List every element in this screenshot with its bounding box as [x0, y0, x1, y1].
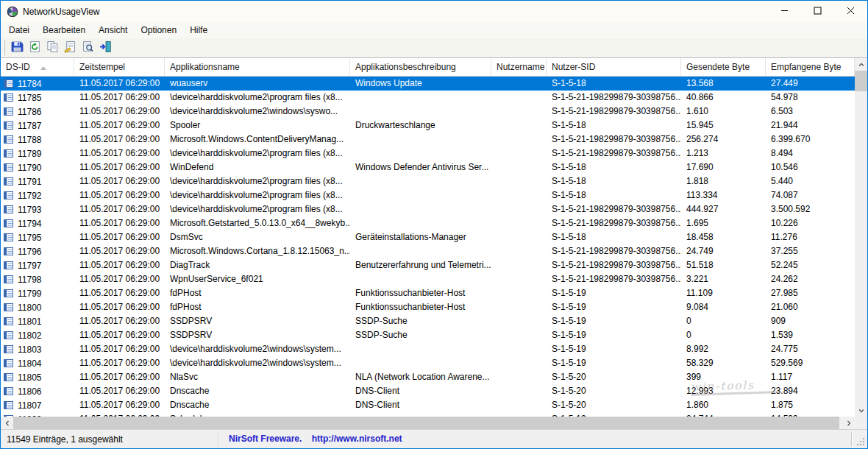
vertical-scrollbar-thumb[interactable] [855, 71, 867, 91]
properties-button[interactable] [61, 40, 79, 57]
nirsoft-freeware-link[interactable]: NirSoft Freeware. http://www.nirsoft.net [229, 434, 402, 444]
cell-sent[interactable]: 58.329 [681, 356, 766, 370]
menu-item-ansicht[interactable]: Ansicht [92, 23, 134, 38]
cell-time[interactable]: 11.05.2017 06:29:00 [74, 77, 165, 91]
table-row[interactable]: 1178711.05.2017 06:29:00SpoolerDruckwart… [1, 119, 855, 132]
cell-recv[interactable]: 24.262 [766, 272, 855, 286]
column-header-desc[interactable]: Applikationsbeschreibung [350, 58, 491, 77]
cell-id[interactable]: 11806 [1, 384, 74, 398]
cell-recv[interactable]: 27.449 [766, 77, 855, 91]
table-row[interactable]: 1180611.05.2017 06:29:00DnscacheDNS-Clie… [1, 384, 855, 398]
cell-time[interactable]: 11.05.2017 06:29:00 [74, 146, 165, 160]
cell-sent[interactable]: 1.818 [681, 174, 766, 188]
cell-sid[interactable]: S-1-5-19 [547, 314, 681, 328]
cell-app[interactable]: Microsoft.Getstarted_5.0.13.0_x64__8weky… [165, 216, 350, 230]
cell-time[interactable]: 11.05.2017 06:29:00 [74, 160, 165, 174]
cell-app[interactable]: \device\harddiskvolume2\windows\system..… [165, 356, 350, 370]
table-row[interactable]: 1179511.05.2017 06:29:00DsmSvcGeräteinst… [1, 230, 855, 244]
cell-user[interactable] [491, 356, 547, 370]
cell-id[interactable]: 11803 [1, 342, 74, 356]
minimize-button[interactable] [768, 1, 801, 22]
cell-id[interactable]: 11795 [1, 230, 74, 244]
cell-sid[interactable]: S-1-5-20 [547, 370, 681, 384]
cell-time[interactable]: 11.05.2017 06:29:00 [74, 328, 165, 342]
cell-sent[interactable]: 17.690 [681, 160, 766, 174]
cell-desc[interactable]: SSDP-Suche [350, 328, 491, 342]
table-row[interactable]: 1179111.05.2017 06:29:00\device\harddisk… [1, 174, 855, 188]
refresh-button[interactable] [26, 40, 43, 57]
cell-app[interactable]: wuauserv [165, 77, 350, 91]
cell-desc[interactable] [350, 91, 491, 105]
cell-sent[interactable]: 40.866 [681, 91, 766, 105]
cell-sid[interactable]: S-1-5-21-198299879-30398756... [547, 216, 681, 230]
cell-sid[interactable]: S-1-5-18 [547, 230, 681, 244]
cell-id[interactable]: 11805 [1, 370, 74, 384]
column-header-sent[interactable]: Gesendete Byte [681, 58, 766, 77]
cell-desc[interactable]: Druckwarteschlange [350, 119, 491, 132]
cell-id[interactable]: 11792 [1, 188, 74, 202]
cell-app[interactable]: \device\harddiskvolume2\program files (x… [165, 202, 350, 216]
cell-desc[interactable]: Windows Update [350, 77, 491, 91]
cell-time[interactable]: 11.05.2017 06:29:00 [74, 119, 165, 132]
cell-sid[interactable]: S-1-5-19 [547, 286, 681, 300]
cell-recv[interactable]: 21.060 [766, 300, 855, 314]
table-row[interactable]: 1180311.05.2017 06:29:00\device\harddisk… [1, 342, 855, 356]
cell-sent[interactable]: 24.749 [681, 244, 766, 258]
cell-app[interactable]: Dnscache [165, 384, 350, 398]
cell-time[interactable]: 11.05.2017 06:29:00 [74, 258, 165, 272]
cell-user[interactable] [491, 230, 547, 244]
cell-time[interactable]: 11.05.2017 06:29:00 [74, 384, 165, 398]
cell-user[interactable] [491, 370, 547, 384]
cell-sent[interactable]: 1.610 [681, 105, 766, 119]
table-row[interactable]: 1180511.05.2017 06:29:00NlaSvcNLA (Netwo… [1, 370, 855, 384]
table-row[interactable]: 1179811.05.2017 06:29:00WpnUserService_6… [1, 272, 855, 286]
cell-sid[interactable]: S-1-5-19 [547, 356, 681, 370]
cell-time[interactable]: 11.05.2017 06:29:00 [74, 105, 165, 119]
cell-app[interactable]: \device\harddiskvolume2\program files (x… [165, 174, 350, 188]
cell-recv[interactable]: 24.775 [766, 342, 855, 356]
cell-desc[interactable] [350, 272, 491, 286]
cell-sent[interactable]: 1.860 [681, 398, 766, 412]
cell-time[interactable]: 11.05.2017 06:29:00 [74, 91, 165, 105]
cell-recv[interactable]: 10.226 [766, 216, 855, 230]
cell-user[interactable] [491, 105, 547, 119]
cell-app[interactable]: Spooler [165, 119, 350, 132]
menu-item-hilfe[interactable]: Hilfe [183, 23, 214, 38]
cell-recv[interactable]: 1.875 [766, 398, 855, 412]
cell-sid[interactable]: S-1-5-21-198299879-30398756... [547, 132, 681, 146]
cell-app[interactable]: SSDPSRV [165, 314, 350, 328]
cell-app[interactable]: WinDefend [165, 160, 350, 174]
column-header-id[interactable]: DS-ID [1, 58, 74, 77]
scroll-down-icon[interactable] [855, 404, 867, 417]
scroll-left-icon[interactable] [1, 417, 13, 429]
cell-id[interactable]: 11801 [1, 314, 74, 328]
column-header-user[interactable]: Nutzername [491, 58, 547, 77]
cell-time[interactable]: 11.05.2017 06:29:00 [74, 314, 165, 328]
cell-time[interactable]: 11.05.2017 06:29:00 [74, 202, 165, 216]
cell-user[interactable] [491, 314, 547, 328]
table-row[interactable]: 1179911.05.2017 06:29:00fdPHostFunktions… [1, 286, 855, 300]
cell-sent[interactable]: 3.221 [681, 272, 766, 286]
cell-time[interactable]: 11.05.2017 06:29:00 [74, 216, 165, 230]
cell-user[interactable] [491, 119, 547, 132]
cell-sid[interactable]: S-1-5-19 [547, 342, 681, 356]
cell-sid[interactable]: S-1-5-21-198299879-30398756... [547, 258, 681, 272]
menu-item-datei[interactable]: Datei [2, 23, 36, 38]
cell-app[interactable]: DsmSvc [165, 230, 350, 244]
nirsoft-url[interactable]: http://www.nirsoft.net [312, 434, 402, 444]
column-header-app[interactable]: Applikationsname [165, 58, 350, 77]
cell-id[interactable]: 11793 [1, 202, 74, 216]
cell-user[interactable] [491, 342, 547, 356]
cell-recv[interactable]: 54.978 [766, 91, 855, 105]
cell-sid[interactable]: S-1-5-18 [547, 160, 681, 174]
cell-user[interactable] [491, 132, 547, 146]
cell-user[interactable] [491, 286, 547, 300]
cell-recv[interactable]: 1.539 [766, 328, 855, 342]
cell-time[interactable]: 11.05.2017 06:29:00 [74, 356, 165, 370]
cell-user[interactable] [491, 160, 547, 174]
cell-id[interactable]: 11794 [1, 216, 74, 230]
cell-id[interactable]: 11799 [1, 286, 74, 300]
cell-time[interactable]: 11.05.2017 06:29:00 [74, 230, 165, 244]
cell-recv[interactable]: 8.494 [766, 146, 855, 160]
scroll-up-icon[interactable] [855, 58, 867, 71]
